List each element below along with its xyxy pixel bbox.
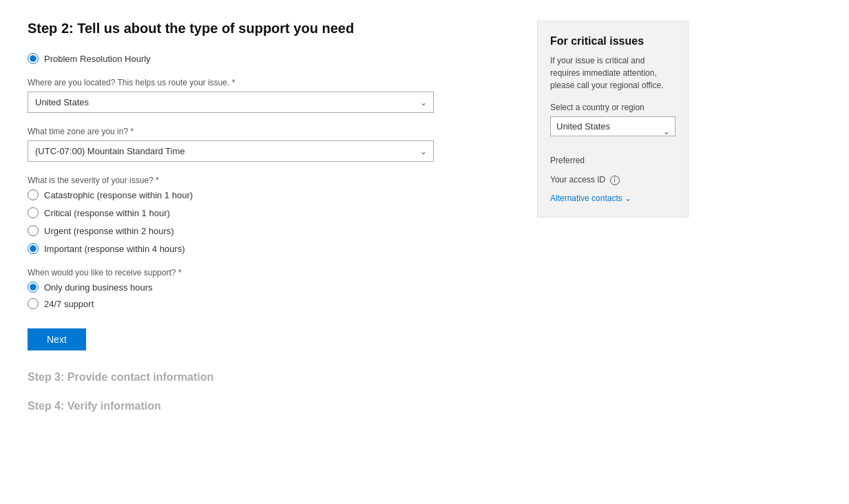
step3-title: Step 3: Provide contact information	[28, 371, 510, 384]
access-id-info-icon[interactable]: i	[610, 176, 620, 185]
support-hours-required: *	[178, 268, 182, 277]
location-dropdown-container: United States Canada United Kingdom Aust…	[28, 92, 434, 113]
severity-urgent-row[interactable]: Urgent (response within 2 hours)	[28, 225, 510, 236]
sidebar: For critical issues If your issue is cri…	[537, 21, 689, 218]
step4-title: Step 4: Verify information	[28, 400, 510, 412]
timezone-field-block: What time zone are you in? * (UTC-07:00)…	[28, 127, 510, 162]
location-question: Where are you located? This helps us rou…	[28, 78, 510, 87]
support-type-radio[interactable]	[28, 53, 39, 64]
severity-catastrophic-radio[interactable]	[28, 189, 39, 200]
support-type-radio-row[interactable]: Problem Resolution Hourly	[28, 53, 510, 64]
support-hours-question: When would you like to receive support? …	[28, 268, 510, 277]
support-hours-247-label: 24/7 support	[44, 299, 94, 309]
severity-question: What is the severity of your issue? *	[28, 176, 510, 185]
sidebar-country-dropdown-wrapper: United States Canada United Kingdom Aust…	[550, 116, 675, 146]
next-button[interactable]: Next	[28, 328, 86, 350]
sidebar-access-id-label: Your access ID i	[550, 175, 675, 185]
support-hours-247-row[interactable]: 24/7 support	[28, 298, 510, 309]
support-hours-business-row[interactable]: Only during business hours	[28, 282, 510, 293]
severity-catastrophic-row[interactable]: Catastrophic (response within 1 hour)	[28, 189, 510, 200]
alt-contacts-chevron-icon: ⌄	[625, 193, 631, 203]
sidebar-country-select[interactable]: United States Canada United Kingdom Aust…	[550, 116, 675, 136]
support-hours-options: Only during business hours 24/7 support	[28, 282, 510, 309]
page-title: Step 2: Tell us about the type of suppor…	[28, 21, 510, 36]
location-required: *	[232, 78, 235, 87]
severity-urgent-radio[interactable]	[28, 225, 39, 236]
sidebar-description: If your issue is critical and requires i…	[550, 54, 675, 92]
timezone-question: What time zone are you in? *	[28, 127, 510, 136]
support-hours-247-radio[interactable]	[28, 298, 39, 309]
severity-important-row[interactable]: Important (response within 4 hours)	[28, 243, 510, 254]
severity-urgent-label: Urgent (response within 2 hours)	[44, 226, 174, 236]
support-type-section: Problem Resolution Hourly	[28, 53, 510, 64]
timezone-required: *	[130, 127, 134, 136]
sidebar-title: For critical issues	[550, 35, 675, 48]
location-field-block: Where are you located? This helps us rou…	[28, 78, 510, 113]
support-hours-field-block: When would you like to receive support? …	[28, 268, 510, 309]
timezone-dropdown-container: (UTC-07:00) Mountain Standard Time (UTC-…	[28, 140, 434, 162]
sidebar-country-label: Select a country or region	[550, 103, 675, 112]
timezone-select[interactable]: (UTC-07:00) Mountain Standard Time (UTC-…	[28, 140, 434, 162]
severity-critical-radio[interactable]	[28, 207, 39, 218]
severity-important-radio[interactable]	[28, 243, 39, 254]
severity-options: Catastrophic (response within 1 hour) Cr…	[28, 189, 510, 254]
support-hours-business-label: Only during business hours	[44, 282, 153, 293]
support-type-label: Problem Resolution Hourly	[44, 54, 151, 64]
main-content: Step 2: Tell us about the type of suppor…	[28, 21, 510, 483]
support-hours-business-radio[interactable]	[28, 282, 39, 293]
severity-field-block: What is the severity of your issue? * Ca…	[28, 176, 510, 254]
location-select[interactable]: United States Canada United Kingdom Aust…	[28, 92, 434, 113]
sidebar-preferred-label: Preferred	[550, 156, 675, 165]
severity-catastrophic-label: Catastrophic (response within 1 hour)	[44, 190, 193, 200]
severity-critical-label: Critical (response within 1 hour)	[44, 208, 170, 218]
severity-critical-row[interactable]: Critical (response within 1 hour)	[28, 207, 510, 218]
alternative-contacts-link[interactable]: Alternative contacts ⌄	[550, 193, 631, 203]
severity-required: *	[156, 176, 159, 185]
severity-important-label: Important (response within 4 hours)	[44, 244, 185, 254]
